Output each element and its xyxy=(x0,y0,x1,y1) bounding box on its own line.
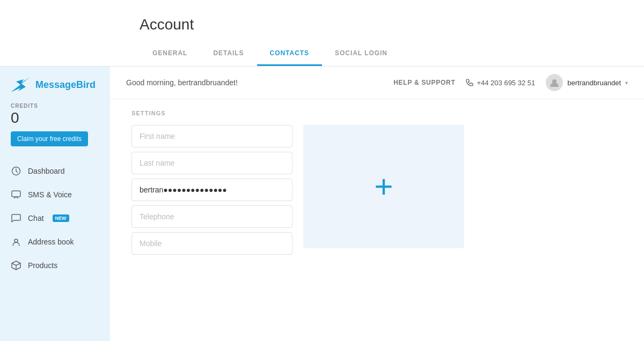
tab-contacts[interactable]: CONTACTS xyxy=(257,42,322,66)
sidebar-item-address-book[interactable]: Address book xyxy=(0,230,110,254)
topbar: Good morning, bertrandbruandet! HELP & S… xyxy=(110,66,644,99)
sms-icon xyxy=(11,189,21,200)
content-area: Good morning, bertrandbruandet! HELP & S… xyxy=(110,66,644,341)
sidebar-item-chat[interactable]: Chat NEW xyxy=(0,206,110,230)
sidebar-logo-text: MessageBird xyxy=(35,79,96,91)
sidebar: MessageBird CREDITS 0 Claim your free cr… xyxy=(0,66,110,341)
chevron-down-icon: ▾ xyxy=(625,80,628,86)
form-section: SETTINGS + xyxy=(110,99,644,341)
image-upload-area[interactable]: + xyxy=(303,125,464,248)
phone-number: +44 203 695 32 51 xyxy=(477,79,535,87)
sidebar-item-products[interactable]: Products xyxy=(0,254,110,277)
tabs-bar: GENERAL DETAILS CONTACTS SOCIAL LOGIN xyxy=(118,42,644,66)
mobile-input[interactable] xyxy=(131,232,292,255)
credits-section: CREDITS 0 Claim your free credits xyxy=(0,103,110,155)
username-label: bertrandbruandet xyxy=(567,79,621,87)
email-input[interactable] xyxy=(131,179,292,201)
form-and-image: + xyxy=(131,125,623,255)
box-icon xyxy=(11,260,21,271)
sidebar-item-sms-voice-label: SMS & Voice xyxy=(28,190,72,199)
svg-point-2 xyxy=(14,239,18,242)
avatar xyxy=(546,74,563,91)
form-fields xyxy=(131,125,292,255)
user-menu[interactable]: bertrandbruandet ▾ xyxy=(546,74,628,91)
sidebar-item-dashboard-label: Dashboard xyxy=(28,167,65,175)
credits-label: CREDITS xyxy=(11,103,99,109)
top-area: Account GENERAL DETAILS CONTACTS SOCIAL … xyxy=(0,0,644,66)
sidebar-item-dashboard[interactable]: Dashboard xyxy=(0,159,110,183)
sidebar-logo: MessageBird xyxy=(0,77,110,103)
tab-general[interactable]: GENERAL xyxy=(140,42,200,66)
nav-items: Dashboard SMS & Voice Chat NE xyxy=(0,159,110,277)
first-name-input[interactable] xyxy=(131,125,292,147)
main-layout: MessageBird CREDITS 0 Claim your free cr… xyxy=(0,66,644,341)
sidebar-item-address-book-label: Address book xyxy=(28,238,74,246)
claim-credits-button[interactable]: Claim your free credits xyxy=(11,131,88,146)
credits-value: 0 xyxy=(11,109,99,127)
sidebar-item-chat-label: Chat xyxy=(28,214,44,223)
telephone-input[interactable] xyxy=(131,205,292,228)
help-support-link[interactable]: HELP & SUPPORT xyxy=(393,79,455,86)
sidebar-item-products-label: Products xyxy=(28,261,57,270)
tab-details[interactable]: DETAILS xyxy=(200,42,257,66)
chat-icon xyxy=(11,213,21,224)
topbar-greeting: Good morning, bertrandbruandet! xyxy=(126,78,383,87)
phone-icon xyxy=(466,79,473,86)
upload-plus-icon: + xyxy=(374,171,393,203)
chat-new-badge: NEW xyxy=(53,214,69,222)
sidebar-item-sms-voice[interactable]: SMS & Voice xyxy=(0,183,110,206)
section-label: SETTINGS xyxy=(131,110,623,116)
tab-social-login[interactable]: SOCIAL LOGIN xyxy=(322,42,400,66)
support-phone: +44 203 695 32 51 xyxy=(466,79,535,87)
messagebird-logo-icon xyxy=(11,77,30,92)
svg-rect-1 xyxy=(12,191,20,197)
last-name-input[interactable] xyxy=(131,152,292,174)
book-icon xyxy=(11,236,21,247)
page-title: Account xyxy=(118,0,644,42)
clock-icon xyxy=(11,166,21,176)
